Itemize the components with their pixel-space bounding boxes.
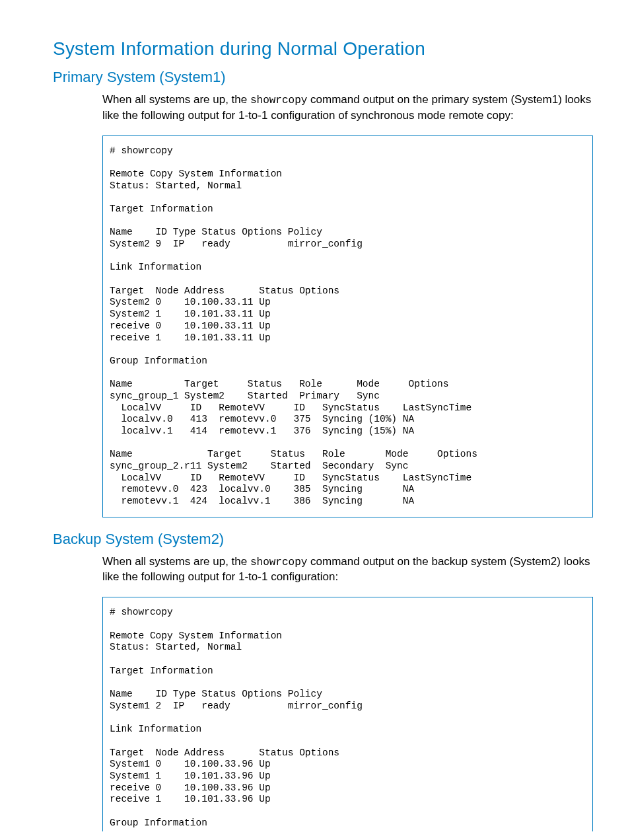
backup-heading: Backup System (System2)	[53, 531, 593, 548]
backup-text-before: When all systems are up, the	[102, 555, 250, 568]
page-container: System Information during Normal Operati…	[0, 0, 630, 840]
primary-inline-code: showrcopy	[250, 95, 307, 106]
primary-text-before: When all systems are up, the	[102, 93, 250, 106]
backup-inline-code: showrcopy	[250, 556, 307, 568]
backup-code-block: # showrcopy Remote Copy System Informati…	[102, 597, 593, 831]
primary-code-block: # showrcopy Remote Copy System Informati…	[102, 135, 593, 517]
main-heading: System Information during Normal Operati…	[53, 38, 593, 59]
primary-paragraph: When all systems are up, the showrcopy c…	[102, 93, 593, 124]
primary-heading: Primary System (System1)	[53, 69, 593, 86]
backup-paragraph: When all systems are up, the showrcopy c…	[102, 554, 593, 586]
